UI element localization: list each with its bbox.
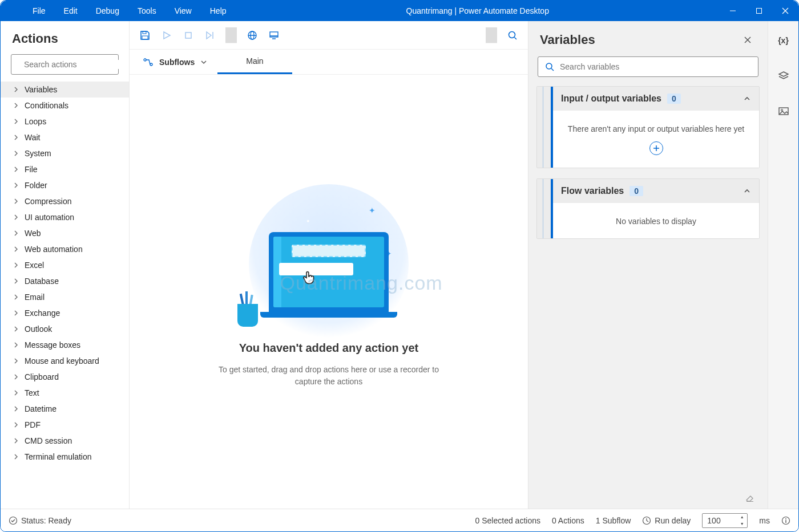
stop-button[interactable] (179, 26, 198, 45)
search-icon (545, 62, 554, 71)
right-rail: {x} (768, 21, 798, 509)
subflows-dropdown[interactable]: Subflows (133, 50, 217, 74)
action-category-item[interactable]: PDF (1, 417, 129, 433)
flow-variables-header[interactable]: Flow variables 0 (553, 179, 759, 203)
action-category-item[interactable]: Database (1, 273, 129, 289)
status-actions-count: 0 Actions (552, 516, 584, 525)
run-button[interactable] (157, 26, 176, 45)
action-category-item[interactable]: Loops (1, 113, 129, 129)
action-category-item[interactable]: Conditionals (1, 98, 129, 113)
svg-point-21 (150, 63, 152, 66)
action-category-label: Mouse and keyboard (25, 356, 99, 366)
io-variables-count: 0 (667, 94, 681, 104)
action-category-label: Datetime (25, 404, 57, 413)
add-io-variable-button[interactable] (649, 141, 663, 155)
chevron-right-icon (13, 374, 19, 380)
svg-point-32 (10, 517, 17, 524)
delay-increase[interactable]: ▲ (738, 514, 746, 521)
empty-subtitle: To get started, drag and drop actions he… (215, 364, 443, 388)
chevron-up-icon (743, 187, 751, 195)
rail-variables-button[interactable]: {x} (773, 30, 794, 51)
action-category-item[interactable]: Variables (1, 82, 129, 98)
braces-icon: {x} (778, 36, 789, 45)
action-category-item[interactable]: Mouse and keyboard (1, 353, 129, 369)
action-category-item[interactable]: Clipboard (1, 369, 129, 385)
empty-illustration: ✦ ✦ ✦ ✦ (237, 196, 420, 332)
action-category-label: Folder (25, 181, 47, 190)
minimize-button[interactable] (720, 1, 746, 21)
chevron-right-icon (13, 166, 19, 172)
action-category-item[interactable]: Text (1, 385, 129, 401)
run-next-button[interactable] (200, 26, 220, 45)
globe-icon (247, 30, 257, 40)
actions-category-list[interactable]: VariablesConditionalsLoopsWaitSystemFile… (1, 82, 129, 509)
action-category-item[interactable]: CMD session (1, 433, 129, 449)
action-category-item[interactable]: Excel (1, 257, 129, 273)
chevron-right-icon (13, 326, 19, 332)
variables-search-input[interactable] (560, 62, 751, 71)
close-button[interactable] (772, 1, 798, 21)
menu-view[interactable]: View (166, 2, 201, 20)
plus-icon (653, 145, 660, 152)
action-category-item[interactable]: Message boxes (1, 337, 129, 353)
action-category-label: Text (25, 388, 39, 397)
window-controls (720, 1, 798, 21)
eraser-button[interactable] (745, 493, 755, 503)
action-category-item[interactable]: Outlook (1, 321, 129, 337)
variables-search[interactable] (538, 56, 758, 77)
action-category-label: Message boxes (25, 340, 80, 350)
delay-decrease[interactable]: ▼ (738, 521, 746, 527)
actions-panel-title: Actions (1, 21, 129, 54)
svg-rect-1 (757, 9, 762, 14)
action-category-label: Web automation (25, 245, 83, 254)
rail-images-button[interactable] (773, 101, 794, 121)
action-category-label: CMD session (25, 436, 72, 445)
menu-debug[interactable]: Debug (87, 2, 128, 20)
web-recorder-button[interactable] (243, 26, 262, 45)
action-category-item[interactable]: Exchange (1, 305, 129, 321)
actions-search-input[interactable] (24, 60, 124, 69)
status-bar: Status: Ready 0 Selected actions 0 Actio… (1, 509, 798, 531)
check-circle-icon (9, 516, 18, 525)
close-variables-button[interactable] (739, 31, 756, 48)
rail-ui-elements-button[interactable] (773, 66, 794, 86)
chevron-right-icon (13, 438, 19, 444)
save-button[interactable] (135, 26, 155, 45)
action-category-item[interactable]: UI automation (1, 209, 129, 225)
clock-icon (642, 516, 651, 525)
action-category-item[interactable]: Email (1, 289, 129, 305)
action-category-item[interactable]: File (1, 161, 129, 177)
maximize-button[interactable] (746, 1, 772, 21)
action-category-label: Outlook (25, 324, 52, 334)
action-category-item[interactable]: Web (1, 225, 129, 241)
flow-variables-count: 0 (629, 186, 643, 196)
status-info-button[interactable] (781, 516, 790, 525)
io-variables-header[interactable]: Input / output variables 0 (553, 87, 759, 111)
menu-file[interactable]: File (23, 2, 55, 20)
actions-panel: Actions VariablesConditionalsLoopsWaitSy… (1, 21, 130, 509)
desktop-recorder-button[interactable] (264, 26, 284, 45)
run-delay-input[interactable]: 100 ▲ ▼ (702, 513, 748, 528)
svg-rect-9 (185, 33, 191, 38)
svg-point-31 (781, 109, 782, 111)
menu-tools[interactable]: Tools (128, 2, 166, 20)
chevron-right-icon (13, 454, 19, 460)
action-category-item[interactable]: Terminal emulation (1, 449, 129, 465)
action-category-item[interactable]: System (1, 145, 129, 161)
io-variables-empty-text: There aren't any input or output variabl… (568, 124, 744, 133)
action-category-item[interactable]: Wait (1, 129, 129, 145)
chevron-right-icon (13, 87, 19, 92)
action-category-item[interactable]: Datetime (1, 401, 129, 417)
tab-main[interactable]: Main (217, 50, 292, 74)
action-category-item[interactable]: Folder (1, 177, 129, 193)
svg-rect-7 (142, 36, 148, 39)
search-flow-button[interactable] (503, 26, 522, 45)
actions-search[interactable] (11, 54, 119, 75)
action-category-item[interactable]: Web automation (1, 241, 129, 257)
action-category-item[interactable]: Compression (1, 193, 129, 209)
close-icon (782, 7, 789, 14)
designer-canvas: Subflows Main ✦ ✦ ✦ ✦ (130, 21, 528, 509)
menu-help[interactable]: Help (201, 2, 236, 20)
canvas-empty-state[interactable]: ✦ ✦ ✦ ✦ (130, 75, 528, 509)
menu-edit[interactable]: Edit (55, 2, 87, 20)
